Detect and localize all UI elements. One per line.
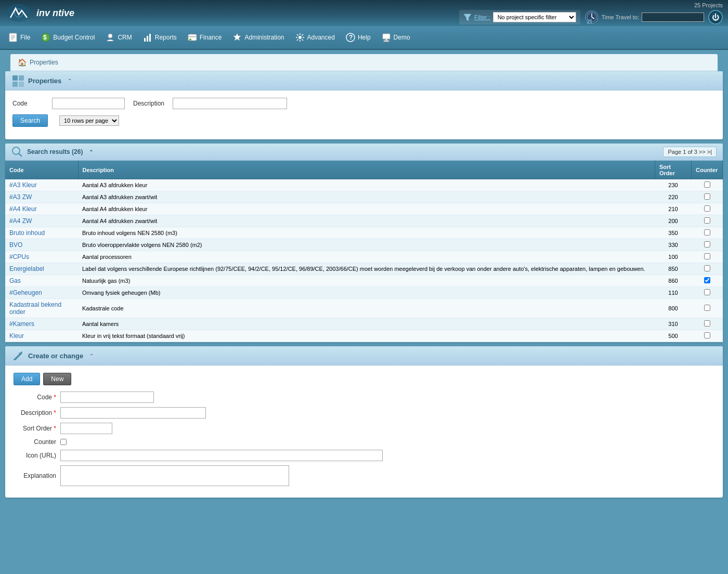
budget-icon: $ <box>41 32 51 43</box>
cell-counter <box>692 330 723 342</box>
svg-point-21 <box>298 36 302 39</box>
cell-description: Kadastrale code <box>78 299 655 318</box>
search-results-icon <box>11 146 23 158</box>
col-header-description[interactable]: Description <box>78 161 655 179</box>
code-link[interactable]: #A4 Kleur <box>9 205 37 213</box>
svg-text:?: ? <box>349 34 353 41</box>
filter-label[interactable]: Filter : <box>474 14 490 20</box>
table-row: #A4 Kleur Aantal A4 afdrukken kleur 210 <box>5 203 723 215</box>
col-header-code[interactable]: Code <box>5 161 78 179</box>
create-sort-order-input[interactable] <box>60 423 112 434</box>
cell-description: Aantal A3 afdrukken kleur <box>78 179 655 191</box>
create-form-section: Add New Code * Description * Sort O <box>5 366 723 498</box>
create-icon-url-input[interactable] <box>60 450 383 461</box>
nav-item-help[interactable]: ? Help <box>340 29 376 46</box>
properties-collapse-btn[interactable]: ⌃ <box>68 78 72 84</box>
counter-checkbox-2[interactable] <box>704 205 710 212</box>
cell-description: Bruto inhoud volgens NEN 2580 (m3) <box>78 227 655 239</box>
code-link[interactable]: BVO <box>9 241 22 249</box>
description-input[interactable] <box>173 98 287 109</box>
create-description-row: Description * <box>14 407 714 419</box>
code-link[interactable]: #A3 ZW <box>9 193 32 201</box>
counter-checkbox-4[interactable] <box>704 229 710 236</box>
cell-description: Aantal kamers <box>78 318 655 330</box>
search-button[interactable]: Search <box>12 114 48 127</box>
code-link[interactable]: Kleur <box>9 332 24 340</box>
nav-item-crm[interactable]: CRM <box>100 29 137 46</box>
counter-checkbox-11[interactable] <box>704 320 710 327</box>
nav-item-reports[interactable]: Reports <box>137 29 182 46</box>
nav-item-advanced[interactable]: Advanced <box>290 29 340 46</box>
create-code-input[interactable] <box>60 392 154 403</box>
code-input[interactable] <box>52 98 125 109</box>
col-header-counter[interactable]: Counter <box>692 161 723 179</box>
svg-rect-26 <box>384 41 389 42</box>
code-link[interactable]: Kadastraal bekend onder <box>9 301 61 316</box>
logo-text: inv ntive <box>36 8 74 19</box>
nav-item-demo[interactable]: Demo <box>376 29 415 46</box>
code-link[interactable]: Gas <box>9 277 21 284</box>
nav-item-administration[interactable]: Administration <box>227 29 289 46</box>
counter-checkbox-12[interactable] <box>704 332 710 338</box>
counter-checkbox-0[interactable] <box>704 181 710 188</box>
counter-checkbox-10[interactable] <box>704 305 710 311</box>
results-collapse-btn[interactable]: ⌃ <box>89 149 93 155</box>
code-link[interactable]: #A3 Kleur <box>9 181 37 189</box>
cell-code: #Kamers <box>5 318 78 330</box>
time-travel-icon: zt <box>584 10 599 24</box>
create-collapse-btn[interactable]: ⌃ <box>89 353 94 359</box>
properties-panel-body: Code Description Search 10 rows per page… <box>5 90 723 139</box>
cell-counter <box>692 191 723 203</box>
code-link[interactable]: Energielabel <box>9 265 44 272</box>
counter-checkbox-7[interactable] <box>704 265 710 271</box>
counter-checkbox-6[interactable] <box>704 253 710 259</box>
create-description-input[interactable] <box>60 407 206 419</box>
crm-icon <box>105 32 115 43</box>
table-row: #Kamers Aantal kamers 310 <box>5 318 723 330</box>
nav-item-budget-control[interactable]: $ Budget Control <box>35 29 100 46</box>
create-explanation-textarea[interactable] <box>60 465 289 486</box>
results-table-wrapper: Code Description Sort Order Counter #A3 … <box>5 161 723 342</box>
counter-checkbox-3[interactable] <box>704 217 710 224</box>
time-travel-input[interactable] <box>642 12 704 22</box>
create-counter-checkbox[interactable] <box>60 439 67 445</box>
time-travel-label: Time Travel to: <box>602 14 639 20</box>
counter-checkbox-8[interactable] <box>704 277 710 283</box>
code-link[interactable]: #A4 ZW <box>9 217 32 225</box>
filter-select[interactable]: No project specific filterAll ProjectsAc… <box>493 12 576 22</box>
cell-code: #A3 ZW <box>5 191 78 203</box>
cell-description: Bruto vloeroppervlakte volgens NEN 2580 … <box>78 239 655 251</box>
code-link[interactable]: Bruto inhoud <box>9 229 45 237</box>
new-button[interactable]: New <box>43 373 71 385</box>
power-button[interactable]: ⏻ <box>708 10 723 24</box>
code-link[interactable]: #CPUs <box>9 253 29 260</box>
rows-per-page-select[interactable]: 10 rows per page 25 rows per page 50 row… <box>59 115 119 126</box>
table-row: #A4 ZW Aantal A4 afdrukken zwart/wit 200 <box>5 215 723 227</box>
nav-item-file[interactable]: File <box>3 29 35 46</box>
create-icon-label: Icon (URL) <box>14 452 60 459</box>
svg-point-14 <box>108 34 112 38</box>
counter-checkbox-9[interactable] <box>704 289 710 295</box>
cell-counter <box>692 227 723 239</box>
results-header: Search results (26) ⌃ Page 1 of 3 >> >| <box>5 144 723 161</box>
svg-point-31 <box>12 147 20 154</box>
code-link[interactable]: #Geheugen <box>9 289 42 296</box>
counter-checkbox-5[interactable] <box>704 241 710 247</box>
code-link[interactable]: #Kamers <box>9 320 34 328</box>
counter-checkbox-1[interactable] <box>704 193 710 200</box>
nav-demo-label: Demo <box>394 34 410 41</box>
cell-description: Natuurlijk gas (m3) <box>78 275 655 287</box>
breadcrumb-home-icon[interactable]: 🏠 <box>18 58 27 67</box>
create-code-label: Code * <box>14 394 60 401</box>
svg-rect-15 <box>144 38 146 42</box>
cell-counter <box>692 287 723 299</box>
add-button[interactable]: Add <box>14 373 40 385</box>
pagination-info[interactable]: Page 1 of 3 >> >| <box>663 147 717 157</box>
table-row: #A3 Kleur Aantal A3 afdrukken kleur 230 <box>5 179 723 191</box>
col-header-sort-order[interactable]: Sort Order <box>655 161 692 179</box>
cell-counter <box>692 215 723 227</box>
svg-rect-24 <box>383 34 390 39</box>
nav-item-finance[interactable]: Finance <box>182 29 227 46</box>
action-buttons: Add New <box>14 373 714 385</box>
search-results-panel: Search results (26) ⌃ Page 1 of 3 >> >| … <box>5 144 723 342</box>
